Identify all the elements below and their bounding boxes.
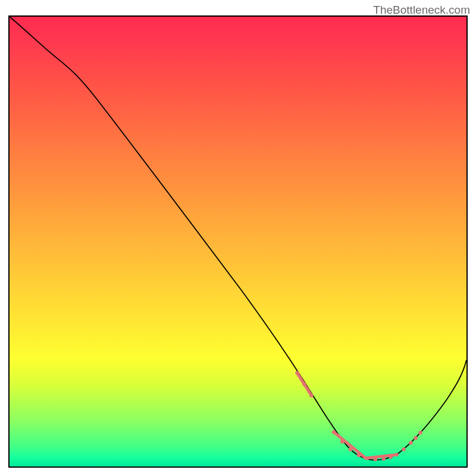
dot [309,393,313,397]
chart-svg [10,17,466,466]
dot [414,436,417,440]
dot [382,457,386,461]
dot [295,371,299,375]
dot [365,456,369,460]
dot [302,383,306,386]
dot [332,430,336,434]
highlight-segment-bottom [334,432,396,458]
dot [340,440,344,443]
dot [418,431,422,434]
watermark-text: TheBottleneck.com [373,4,470,17]
dot [389,455,392,459]
dot [402,447,405,451]
dot [357,453,361,457]
dot [409,441,412,444]
bottleneck-curve-line [10,17,466,460]
dot [394,453,398,456]
dot [374,458,377,461]
chart-plot-area [8,15,468,468]
dot [349,447,352,451]
highlight-dots-group [295,371,422,462]
